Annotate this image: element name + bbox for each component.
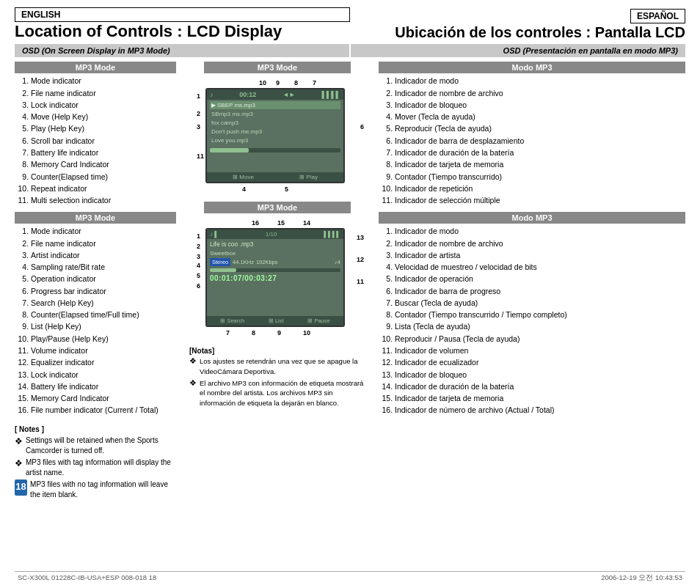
lcd2-time: 00:01:07/00:03:27 — [207, 273, 343, 283]
lcd1-file-3: fox camp3 — [210, 119, 340, 127]
title-en: Location of Controls : LCD Display — [15, 22, 350, 41]
lcd1-nav-move: ⊞ Move — [233, 174, 254, 180]
list-item: Indicador de barra de desplazamiento — [395, 135, 682, 147]
page-container: ENGLISH Location of Controls : LCD Displ… — [0, 0, 700, 588]
lcd2-stereo-row: Stereo 44.1KHz 192Kbps ♪4 — [207, 257, 343, 267]
list-item: Indicador de tarjeta de memoria — [395, 158, 682, 170]
english-label: ENGLISH — [15, 7, 350, 22]
list-item: Battery life indicator — [31, 381, 173, 392]
lcd2-container: 16 15 14 1 2 3 4 5 6 13 12 11 7 8 9 10 — [189, 219, 365, 337]
list-item: Battery life indicator — [31, 147, 173, 158]
note-text-1: Settings will be retained when the Sport… — [26, 436, 176, 456]
osd-right: OSD (Presentación en pantalla en modo MP… — [351, 44, 685, 57]
list-item: Repeat indicator — [31, 183, 173, 194]
lcd2-navbar: ⊞ Search ⊞ List ⊞ Pause — [207, 316, 343, 326]
modo-mp3-2-body: Indicador de modo Indicador de nombre de… — [379, 224, 685, 417]
lcd1-filelist: ▶ SBEP ms.mp3 SBmp3 ms.mp3 fox camp3 Don… — [207, 100, 343, 147]
num-8: 8 — [294, 79, 298, 87]
lcd2-eq: ♪4 — [335, 259, 340, 265]
lcd1-file-4: Don't push me.mp3 — [210, 128, 340, 136]
num2-6: 6 — [197, 282, 200, 290]
lcd1-navbar: ⊞ Move ⊞ Play — [207, 172, 343, 182]
list-item: Indicador de duración de la batería — [395, 147, 682, 158]
num-3: 3 — [197, 123, 200, 131]
list-item: Multi selection indicator — [31, 194, 173, 206]
num-4: 4 — [242, 185, 246, 193]
list-item: Indicador de operación — [395, 273, 682, 284]
list-item: Counter(Elapsed time) — [31, 171, 173, 183]
list-item: Indicador de ecualizador — [395, 356, 682, 368]
english-block: ENGLISH Location of Controls : LCD Displ… — [15, 7, 350, 41]
bullet-icon: ❖ — [15, 457, 23, 478]
lcd2-bitrate: 192Kbps — [256, 259, 278, 265]
modo-mp3-1-header: Modo MP3 — [379, 62, 685, 73]
notes-es-center: [Notas] ❖ Los ajustes se retendrán una v… — [189, 347, 365, 409]
mp3-mode-2-en: MP3 Mode Mode indicator File name indica… — [15, 212, 176, 417]
list-item: Play/Pause (Help Key) — [31, 333, 173, 345]
bullet-icon: ❖ — [15, 436, 23, 456]
lcd2-progress-fill — [210, 268, 236, 272]
modo-mp3-2-es: Modo MP3 Indicador de modo Indicador de … — [379, 212, 685, 417]
mp3-mode-2-list: Mode indicator File name indicator Artis… — [18, 225, 173, 416]
num2-2: 2 — [197, 243, 200, 250]
mp3-mode-2-body: Mode indicator File name indicator Artis… — [15, 224, 176, 417]
header-row: ENGLISH Location of Controls : LCD Displ… — [15, 7, 685, 41]
notes-en-title: [ Notes ] — [15, 425, 176, 433]
num-11: 11 — [197, 152, 204, 160]
list-item: Indicador de volumen — [395, 345, 682, 356]
list-item: Indicador de duración de la batería — [395, 381, 682, 392]
lcd-screen-1: ♪ 00:12 ◄► ▌▌▌▌ ▶ SBEP ms.mp3 SBmp3 ms.m… — [205, 88, 345, 183]
mp3-mode-1-en: MP3 Mode Mode indicator File name indica… — [15, 62, 176, 207]
lcd1-progress — [210, 148, 340, 152]
lcd2-rate: 44.1KHz — [233, 259, 254, 265]
list-item: Mover (Tecla de ayuda) — [395, 111, 682, 122]
lcd2-stereo: Stereo — [210, 258, 230, 266]
num2-12: 12 — [357, 256, 364, 263]
list-item: File name indicator — [31, 87, 173, 99]
num2-9: 9 — [277, 329, 281, 337]
lcd2-nav-search: ⊞ Search — [220, 317, 244, 324]
num2-11: 11 — [357, 278, 364, 285]
list-item: Indicador de selección múltiple — [395, 194, 682, 206]
num-7: 7 — [313, 79, 316, 87]
list-item: Indicador de número de archivo (Actual /… — [395, 404, 682, 416]
lcd2-filename: Life is coo .mp3 — [207, 239, 343, 249]
spanish-block: ESPAÑOL Ubicación de los controles : Pan… — [350, 9, 685, 41]
num-10: 10 — [259, 79, 266, 87]
es-bullet-1: ❖ — [189, 356, 197, 376]
note-item-3: 18 MP3 files with no tag information wil… — [15, 479, 176, 500]
list-item: Play (Help Key) — [31, 122, 173, 134]
list-item: Indicador de modo — [395, 225, 682, 237]
mp3-mode-1-header: MP3 Mode — [15, 62, 176, 73]
list-item: Contador (Tiempo transcurrido) — [395, 171, 682, 183]
num2-10: 10 — [303, 329, 310, 337]
lcd2-nav-pause: ⊞ Pause — [307, 317, 329, 324]
lcd1-mode-header: MP3 Mode — [204, 62, 351, 73]
footer: SC-X300L 01228C-IB-USA+ESP 008-018 18 20… — [15, 571, 685, 584]
num-6: 6 — [360, 123, 364, 131]
modo-mp3-2-header: Modo MP3 — [379, 212, 685, 224]
list-item: Mode indicator — [31, 225, 173, 237]
list-item: Volume indicator — [31, 345, 173, 356]
osd-left: OSD (On Screen Display in MP3 Mode) — [15, 44, 349, 57]
list-item: File number indicator (Current / Total) — [31, 404, 173, 416]
lcd1-file-active: ▶ SBEP ms.mp3 — [210, 101, 340, 109]
num2-7: 7 — [226, 329, 230, 337]
lcd1-progress-fill — [210, 148, 249, 152]
list-item: Scroll bar indicator — [31, 135, 173, 147]
list-item: Indicador de nombre de archivo — [395, 238, 682, 249]
note-text-2: MP3 files with tag information will disp… — [26, 457, 176, 478]
note-item-2: ❖ MP3 files with tag information will di… — [15, 457, 176, 478]
num2-13: 13 — [357, 234, 364, 241]
list-item: Indicador de bloqueo — [395, 99, 682, 111]
list-item: Buscar (Tecla de ayuda) — [395, 297, 682, 309]
num2-4: 4 — [197, 262, 200, 269]
num2-16: 16 — [252, 219, 259, 227]
lcd-screen-2: ♪ ▌ 1/10 ▌▌▌▌ Life is coo .mp3 Sweetbox … — [205, 228, 345, 327]
osd-banner: OSD (On Screen Display in MP3 Mode) OSD … — [15, 44, 685, 57]
list-item: Equalizer indicator — [31, 356, 173, 368]
num2-14: 14 — [303, 219, 310, 227]
list-item: Operation indicator — [31, 273, 173, 284]
list-item: Sampling rate/Bit rate — [31, 261, 173, 273]
num2-8: 8 — [252, 329, 255, 337]
